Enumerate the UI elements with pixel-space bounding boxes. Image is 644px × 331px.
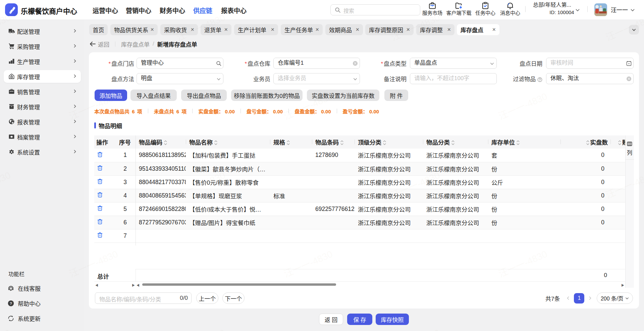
svg-text:?: ?	[10, 301, 12, 306]
